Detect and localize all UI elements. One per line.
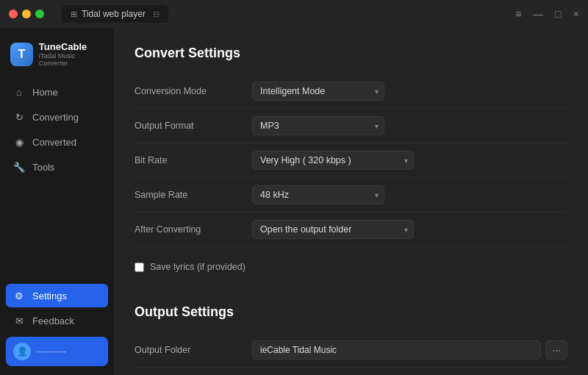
convert-settings-title: Convert Settings: [135, 46, 567, 61]
sidebar-item-tools-label: Tools: [32, 162, 54, 173]
minimize-button[interactable]: [22, 10, 31, 18]
tab-icon: ⊞: [71, 10, 77, 19]
sidebar-item-converting[interactable]: ↻ Converting: [6, 105, 108, 129]
sidebar-item-converted-label: Converted: [32, 137, 76, 148]
conversion-mode-control: Intelligent Mode Customized Mode ▾: [252, 82, 567, 101]
output-format-control: MP3 AAC FLAC WAV AIFF ALAC ▾: [252, 116, 567, 135]
home-icon: ⌂: [13, 86, 25, 98]
titlebar-left: ⊞ Tidal web player ⊟: [9, 5, 168, 23]
app-name: TuneCable: [39, 41, 104, 52]
output-format-row: Output Format MP3 AAC FLAC WAV AIFF ALAC…: [135, 109, 567, 143]
conversion-mode-select[interactable]: Intelligent Mode Customized Mode: [252, 82, 384, 101]
app-body: T TuneCable iTadal Music Converter ⌂ Hom…: [0, 28, 588, 375]
sidebar-item-settings-label: Settings: [32, 290, 67, 301]
sidebar-item-home[interactable]: ⌂ Home: [6, 80, 108, 104]
sample-rate-wrapper: 48 kHz 44.1 kHz 96 kHz ▾: [252, 185, 384, 204]
titlebar: ⊞ Tidal web player ⊟ ≡ — □ ×: [0, 0, 588, 28]
after-converting-label: After Converting: [135, 224, 252, 235]
window-controls: ≡ — □ ×: [515, 8, 579, 20]
bit-rate-select[interactable]: Very High ( 320 kbps ) High ( 256 kbps )…: [252, 151, 414, 170]
converting-icon: ↻: [13, 111, 25, 123]
close-icon[interactable]: ×: [573, 8, 579, 20]
output-settings-group: Output Folder ··· Output File Name Title: [135, 333, 567, 375]
sidebar-nav: ⌂ Home ↻ Converting ◉ Converted 🔧 Tools: [0, 80, 114, 278]
tools-icon: 🔧: [13, 161, 25, 173]
tidal-tab[interactable]: ⊞ Tidal web player ⊟: [62, 5, 168, 23]
save-lyrics-label: Save lyrics (if provided): [150, 262, 245, 272]
bit-rate-row: Bit Rate Very High ( 320 kbps ) High ( 2…: [135, 143, 567, 178]
bit-rate-label: Bit Rate: [135, 155, 252, 165]
sample-rate-row: Sample Rate 48 kHz 44.1 kHz 96 kHz ▾: [135, 178, 567, 213]
output-folder-input[interactable]: [252, 340, 541, 360]
close-button[interactable]: [9, 10, 18, 18]
output-folder-browse-button[interactable]: ···: [545, 340, 567, 360]
square-icon[interactable]: □: [555, 8, 561, 20]
bit-rate-control: Very High ( 320 kbps ) High ( 256 kbps )…: [252, 151, 567, 170]
settings-icon: ⚙: [13, 290, 25, 301]
sample-rate-control: 48 kHz 44.1 kHz 96 kHz ▾: [252, 185, 567, 204]
sidebar-item-settings[interactable]: ⚙ Settings: [6, 284, 108, 307]
logo-text: TuneCable iTadal Music Converter: [39, 41, 104, 67]
main-content: Convert Settings Conversion Mode Intelli…: [114, 28, 588, 375]
sidebar-item-home-label: Home: [32, 87, 58, 98]
sample-rate-select[interactable]: 48 kHz 44.1 kHz 96 kHz: [252, 185, 384, 204]
logo-icon: T: [10, 43, 33, 66]
after-converting-row: After Converting Open the output folder …: [135, 213, 567, 247]
traffic-lights: [9, 10, 44, 18]
after-converting-control: Open the output folder Do Nothing Shut d…: [252, 220, 567, 239]
tab-settings-icon[interactable]: ⊟: [153, 10, 159, 19]
sidebar-item-tools[interactable]: 🔧 Tools: [6, 155, 108, 179]
app-subtitle: iTadal Music Converter: [39, 52, 104, 67]
maximize-button[interactable]: [35, 10, 44, 18]
folder-input-group: ···: [252, 340, 567, 360]
minus-icon[interactable]: —: [533, 8, 543, 20]
user-card[interactable]: 👤 ············: [6, 337, 108, 366]
convert-settings-group: Conversion Mode Intelligent Mode Customi…: [135, 74, 567, 287]
output-format-wrapper: MP3 AAC FLAC WAV AIFF ALAC ▾: [252, 116, 384, 135]
menu-icon[interactable]: ≡: [515, 8, 521, 20]
converted-icon: ◉: [13, 136, 25, 148]
sidebar-item-converting-label: Converting: [32, 112, 79, 123]
save-lyrics-checkbox-row: Save lyrics (if provided): [135, 254, 245, 279]
sidebar: T TuneCable iTadal Music Converter ⌂ Hom…: [0, 28, 114, 375]
output-filename-row: Output File Name Title × Album ×: [135, 368, 567, 375]
sidebar-bottom: ⚙ Settings ✉ Feedback 👤 ············: [0, 278, 114, 375]
save-lyrics-checkbox[interactable]: [135, 262, 144, 272]
after-converting-select[interactable]: Open the output folder Do Nothing Shut d…: [252, 220, 414, 239]
feedback-icon: ✉: [13, 315, 25, 326]
conversion-mode-wrapper: Intelligent Mode Customized Mode ▾: [252, 82, 384, 101]
sample-rate-label: Sample Rate: [135, 190, 252, 200]
output-folder-row: Output Folder ···: [135, 333, 567, 368]
conversion-mode-row: Conversion Mode Intelligent Mode Customi…: [135, 74, 567, 109]
output-format-select[interactable]: MP3 AAC FLAC WAV AIFF ALAC: [252, 116, 384, 135]
bit-rate-wrapper: Very High ( 320 kbps ) High ( 256 kbps )…: [252, 151, 414, 170]
output-folder-label: Output Folder: [135, 345, 252, 355]
sidebar-item-converted[interactable]: ◉ Converted: [6, 130, 108, 154]
app-logo: T TuneCable iTadal Music Converter: [0, 34, 114, 80]
user-name: ············: [37, 346, 101, 357]
after-converting-wrapper: Open the output folder Do Nothing Shut d…: [252, 220, 414, 239]
save-lyrics-row: Save lyrics (if provided): [135, 247, 567, 287]
conversion-mode-label: Conversion Mode: [135, 86, 252, 96]
output-folder-control: ···: [252, 340, 567, 360]
output-settings-title: Output Settings: [135, 304, 567, 320]
sidebar-item-feedback[interactable]: ✉ Feedback: [6, 309, 108, 332]
tab-label: Tidal web player: [82, 9, 146, 19]
sidebar-item-feedback-label: Feedback: [32, 315, 74, 326]
output-format-label: Output Format: [135, 121, 252, 131]
user-avatar: 👤: [13, 343, 31, 360]
